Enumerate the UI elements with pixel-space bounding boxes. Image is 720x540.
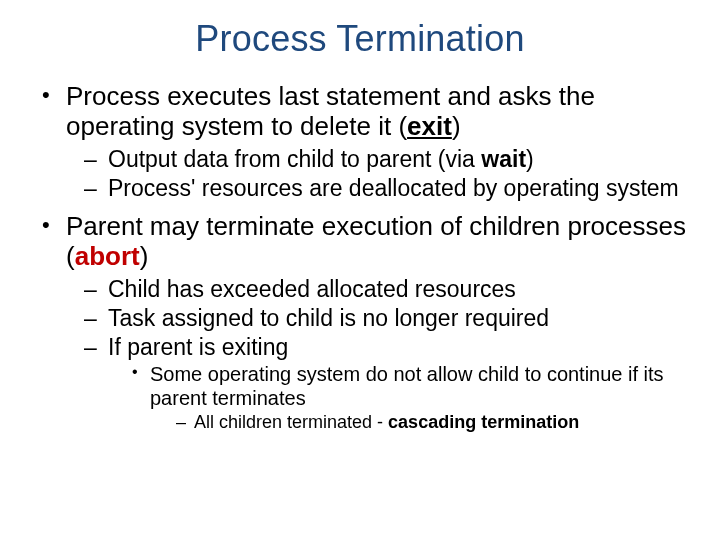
slide: Process Termination Process executes las… <box>0 0 720 540</box>
bullet-1-1-pre: Output data from child to parent (via <box>108 146 481 172</box>
bullet-2-3-1-sublist: All children terminated - cascading term… <box>150 412 690 434</box>
bullet-2-text-pre: Parent may terminate execution of childr… <box>66 211 686 271</box>
bullet-2-3-text: If parent is exiting <box>108 334 288 360</box>
bullet-2-1: Child has exceeded allocated resources <box>84 276 690 303</box>
bullet-1-text-post: ) <box>452 111 461 141</box>
bullet-2-keyword: abort <box>75 241 140 271</box>
slide-title: Process Termination <box>0 18 720 60</box>
bullet-1-1: Output data from child to parent (via wa… <box>84 146 690 173</box>
bullet-2-3-1-1-pre: All children terminated - <box>194 412 388 432</box>
bullet-1-1-post: ) <box>526 146 534 172</box>
bullet-list-level1: Process executes last statement and asks… <box>0 82 720 434</box>
bullet-1-1-keyword: wait <box>481 146 526 172</box>
bullet-1-text-pre: Process executes last statement and asks… <box>66 81 595 141</box>
bullet-2-3-1-1-keyword: cascading termination <box>388 412 579 432</box>
bullet-2-3: If parent is exiting Some operating syst… <box>84 334 690 434</box>
bullet-1-2: Process' resources are deallocated by op… <box>84 175 690 202</box>
bullet-1-sublist: Output data from child to parent (via wa… <box>66 146 690 202</box>
bullet-2-3-sublist: Some operating system do not allow child… <box>108 363 690 434</box>
bullet-2-sublist: Child has exceeded allocated resources T… <box>66 276 690 434</box>
bullet-2-3-1-1: All children terminated - cascading term… <box>176 412 690 434</box>
bullet-2-2: Task assigned to child is no longer requ… <box>84 305 690 332</box>
bullet-2-3-1-text: Some operating system do not allow child… <box>150 363 664 409</box>
bullet-1: Process executes last statement and asks… <box>38 82 690 202</box>
bullet-2-3-1: Some operating system do not allow child… <box>130 363 690 434</box>
bullet-2-text-post: ) <box>140 241 149 271</box>
bullet-2: Parent may terminate execution of childr… <box>38 212 690 434</box>
bullet-1-keyword: exit <box>407 111 452 141</box>
